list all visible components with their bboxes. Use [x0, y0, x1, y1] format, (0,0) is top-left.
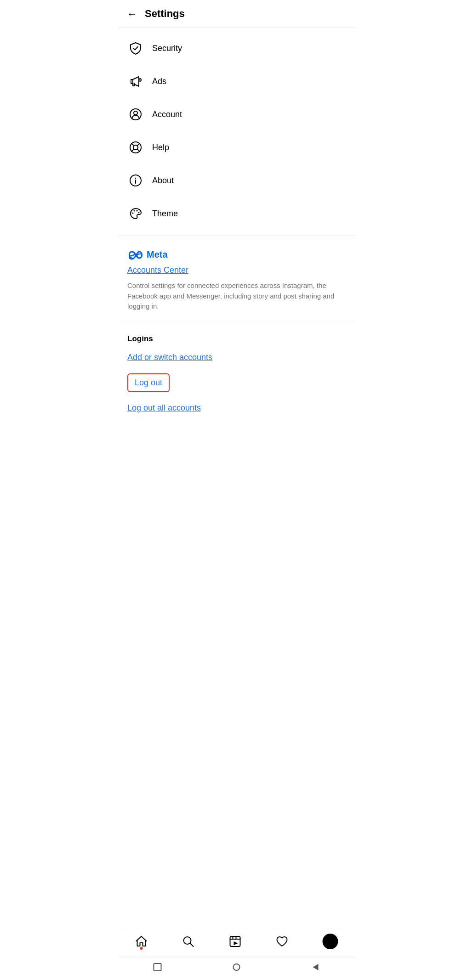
shield-icon: [127, 40, 144, 56]
menu-label-account: Account: [152, 110, 182, 119]
menu-item-account[interactable]: Account: [118, 98, 355, 131]
logout-button[interactable]: Log out: [127, 373, 170, 392]
logout-all-link[interactable]: Log out all accounts: [127, 403, 346, 413]
svg-point-16: [137, 210, 138, 212]
svg-point-0: [139, 79, 141, 81]
svg-point-15: [134, 210, 135, 212]
svg-point-17: [138, 212, 140, 214]
header: ← Settings: [118, 0, 355, 28]
section-divider: [118, 236, 355, 236]
svg-line-10: [138, 150, 140, 152]
page-title: Settings: [145, 8, 185, 20]
menu-item-theme[interactable]: Theme: [118, 197, 355, 230]
menu-label-about: About: [152, 176, 174, 186]
svg-point-14: [132, 213, 134, 214]
meta-logo-label: Meta: [147, 249, 168, 260]
svg-point-6: [133, 145, 138, 150]
menu-label-theme: Theme: [152, 209, 178, 219]
menu-item-ads[interactable]: Ads: [118, 65, 355, 98]
menu-item-security[interactable]: Security: [118, 32, 355, 65]
logins-section: Logins Add or switch accounts Log out Lo…: [118, 323, 355, 424]
svg-point-2: [134, 111, 137, 115]
menu-label-security: Security: [152, 44, 182, 53]
menu-item-help[interactable]: Help: [118, 131, 355, 164]
person-circle-icon: [127, 106, 144, 123]
accounts-center-link[interactable]: Accounts Center: [127, 265, 346, 275]
menu-label-ads: Ads: [152, 77, 166, 86]
meta-infinity-icon: [127, 250, 144, 260]
svg-line-9: [131, 150, 134, 152]
svg-line-7: [131, 143, 134, 146]
meta-logo: Meta: [127, 249, 346, 260]
accounts-center-description: Control settings for connected experienc…: [127, 281, 346, 312]
megaphone-icon: [127, 73, 144, 90]
back-button[interactable]: ←: [126, 7, 137, 20]
logins-title: Logins: [127, 334, 346, 344]
menu-item-about[interactable]: About: [118, 164, 355, 197]
help-circle-icon: [127, 139, 144, 156]
add-switch-accounts-link[interactable]: Add or switch accounts: [127, 353, 346, 362]
accounts-center-section: Meta Accounts Center Control settings fo…: [118, 238, 355, 323]
palette-icon: [127, 205, 144, 222]
settings-menu: Security Ads Account: [118, 28, 355, 234]
menu-label-help: Help: [152, 143, 169, 152]
info-circle-icon: [127, 172, 144, 189]
svg-line-8: [138, 143, 140, 146]
svg-point-13: [135, 178, 136, 179]
